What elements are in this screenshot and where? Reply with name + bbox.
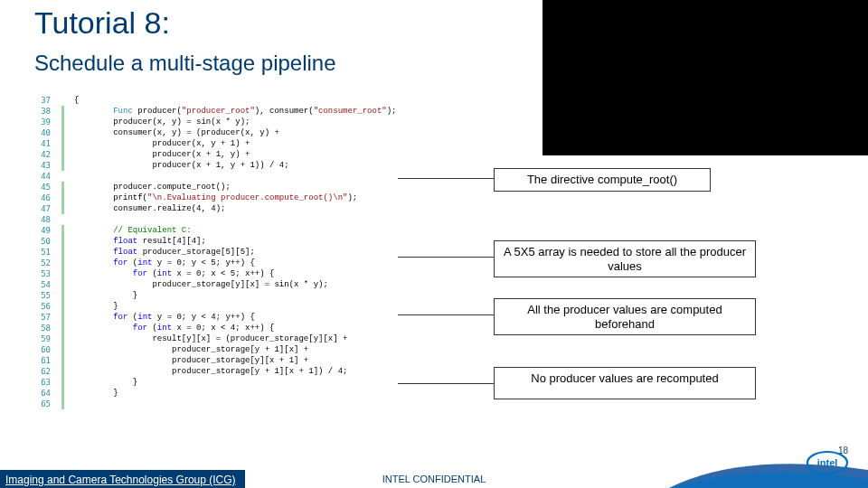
code-line: } [74, 301, 397, 312]
change-bar [61, 106, 64, 171]
code-line: producer(x, y + 1) + [74, 138, 397, 149]
line-number: 52 [25, 258, 54, 268]
code-line: producer(x, y) = sin(x * y); [74, 117, 397, 127]
line-number: 51 [25, 247, 54, 258]
line-number: 56 [25, 301, 54, 312]
code-line [74, 171, 397, 182]
callout-leader [398, 257, 494, 258]
line-number: 49 [25, 225, 54, 236]
line-number: 55 [25, 290, 54, 301]
code-line: for (int y = 0; y < 5; y++) { [74, 258, 397, 268]
line-number: 50 [25, 236, 54, 247]
code-line: for (int x = 0; x < 4; x++) { [74, 323, 397, 333]
line-number: 61 [25, 355, 54, 366]
line-number: 53 [25, 268, 54, 279]
callout-box: The directive compute_root() [494, 168, 711, 192]
line-number: 38 [25, 106, 54, 117]
code-line: consumer(x, y) = (producer(x, y) + [74, 127, 397, 138]
line-number: 48 [25, 214, 54, 225]
code-line: producer(x + 1, y) + [74, 149, 397, 160]
line-number: 41 [25, 138, 54, 149]
code-line: float producer_storage[5][5]; [74, 247, 397, 258]
code-line: } [74, 377, 397, 388]
line-number: 62 [25, 366, 54, 377]
line-number: 43 [25, 160, 54, 171]
callout-leader [398, 178, 494, 179]
code-line: } [74, 388, 397, 399]
callout-box: A 5X5 array is needed to store all the p… [494, 240, 756, 277]
video-placeholder [542, 0, 868, 155]
line-number: 40 [25, 127, 54, 138]
code-line: for (int y = 0; y < 4; y++) { [74, 312, 397, 323]
code-line: producer(x + 1, y + 1)) / 4; [74, 160, 397, 171]
line-number: 59 [25, 333, 54, 344]
change-bar [61, 182, 64, 214]
line-number: 65 [25, 399, 54, 409]
slide-subtitle: Schedule a multi-stage pipeline [34, 51, 336, 76]
line-number: 39 [25, 117, 54, 127]
line-number: 57 [25, 312, 54, 323]
line-number: 60 [25, 344, 54, 355]
footer-group-name: Imaging and Camera Technologies Group (I… [0, 470, 245, 488]
line-number: 42 [25, 149, 54, 160]
code-line: for (int x = 0; x < 5; x++) { [74, 268, 397, 279]
code-line: consumer.realize(4, 4); [74, 203, 397, 214]
svg-text:intel: intel [817, 457, 838, 468]
code-line: producer_storage[y][x + 1] + [74, 355, 397, 366]
code-line: Func producer("producer_root"), consumer… [74, 106, 397, 117]
code-line: printf("\n.Evaluating producer.compute_r… [74, 192, 397, 203]
callout-leader [398, 383, 494, 384]
line-number: 46 [25, 192, 54, 203]
intel-logo: intel [807, 450, 848, 475]
line-number: 44 [25, 171, 54, 182]
code-line [74, 399, 397, 409]
code-line: float result[4][4]; [74, 236, 397, 247]
line-number: 63 [25, 377, 54, 388]
code-line: result[y][x] = (producer_storage[y][x] + [74, 333, 397, 344]
line-number: 58 [25, 323, 54, 333]
code-line: producer_storage[y + 1][x] + [74, 344, 397, 355]
code-line: // Equivalent C: [74, 225, 397, 236]
code-line: producer_storage[y + 1][x + 1]) / 4; [74, 366, 397, 377]
line-number: 37 [25, 95, 54, 106]
change-bar [61, 225, 64, 409]
line-number: 45 [25, 182, 54, 192]
code-line: } [74, 290, 397, 301]
line-number: 47 [25, 203, 54, 214]
code-line: producer_storage[y][x] = sin(x * y); [74, 279, 397, 290]
code-block: { Func producer("producer_root"), consum… [74, 95, 397, 409]
code-line: producer.compute_root(); [74, 182, 397, 192]
callout-leader [398, 314, 494, 315]
line-number: 64 [25, 388, 54, 399]
callout-box: No producer values are recomputed [494, 367, 756, 399]
code-line: { [74, 95, 397, 106]
slide-title: Tutorial 8: [34, 5, 170, 41]
line-number: 54 [25, 279, 54, 290]
callout-box: All the producer values are computed bef… [494, 298, 756, 335]
code-line [74, 214, 397, 225]
line-number-gutter: 3738394041424344454647484950515253545556… [25, 95, 54, 409]
